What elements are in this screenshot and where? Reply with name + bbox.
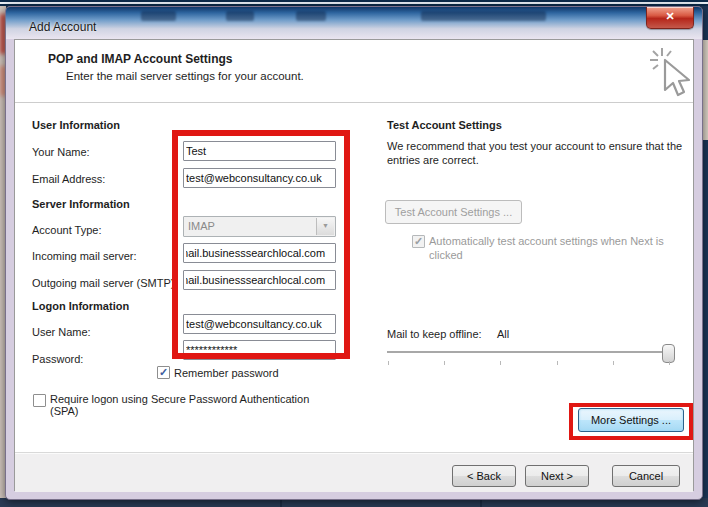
outgoing-server-label: Outgoing mail server (SMTP): [32,277,177,289]
back-button[interactable]: < Back [452,465,516,487]
page-title: POP and IMAP Account Settings [48,52,232,66]
mail-offline-label: Mail to keep offline: [387,328,482,340]
background-top-highlight [0,2,708,4]
account-type-select: IMAP ▼ [183,216,336,237]
remember-password-label: Remember password [174,367,279,379]
dialog-body: POP and IMAP Account Settings Enter the … [14,39,694,491]
your-name-input[interactable] [183,141,336,161]
remember-password-checkbox[interactable]: ✓ [157,366,170,379]
check-icon: ✓ [159,366,168,378]
background-window-blur [226,11,254,21]
auto-test-label: Automatically test account settings when… [429,234,691,262]
cancel-button[interactable]: Cancel [612,465,680,487]
password-input[interactable] [183,340,336,360]
more-settings-button[interactable]: More Settings ... [578,408,684,432]
server-information-heading: Server Information [32,198,130,210]
logon-information-heading: Logon Information [32,300,129,312]
offline-slider-ticks [388,361,670,365]
user-name-input[interactable] [183,314,336,334]
page-subtitle: Enter the mail server settings for your … [66,70,304,82]
incoming-server-input[interactable] [183,243,336,263]
spa-checkbox[interactable] [33,394,46,407]
add-account-dialog: Add Account ✕ POP and IMAP Account Setti… [5,6,703,500]
email-address-label: Email Address: [32,173,105,185]
window-title: Add Account [29,20,96,34]
close-icon: ✕ [665,10,674,22]
offline-slider-track[interactable] [387,351,674,353]
user-information-heading: User Information [32,119,120,131]
header-divider [15,102,693,103]
email-address-input[interactable] [183,168,336,188]
next-button[interactable]: Next > [525,465,589,487]
mail-offline-value: All [497,328,509,340]
account-type-value: IMAP [188,220,215,232]
check-icon: ✓ [414,235,423,247]
incoming-server-label: Incoming mail server: [32,250,137,262]
background-window-blur [421,11,546,21]
spa-label: Require logon using Secure Password Auth… [50,393,338,417]
outgoing-server-input[interactable] [183,270,336,290]
test-account-settings-button: Test Account Settings ... [385,200,522,224]
your-name-label: Your Name: [32,146,90,158]
password-label: Password: [32,353,83,365]
account-type-label: Account Type: [32,224,102,236]
test-account-heading: Test Account Settings [387,119,502,131]
chevron-down-icon: ▼ [316,218,334,235]
footer-bar [15,452,693,492]
close-button[interactable]: ✕ [646,7,694,29]
background-window-blur [141,11,176,21]
auto-test-checkbox: ✓ [412,235,425,248]
background-window-blur [296,11,326,21]
titlebar[interactable]: Add Account [6,7,702,39]
user-name-label: User Name: [32,326,91,338]
click-cursor-icon [648,46,694,104]
test-account-description: We recommend that you test your account … [387,139,699,167]
